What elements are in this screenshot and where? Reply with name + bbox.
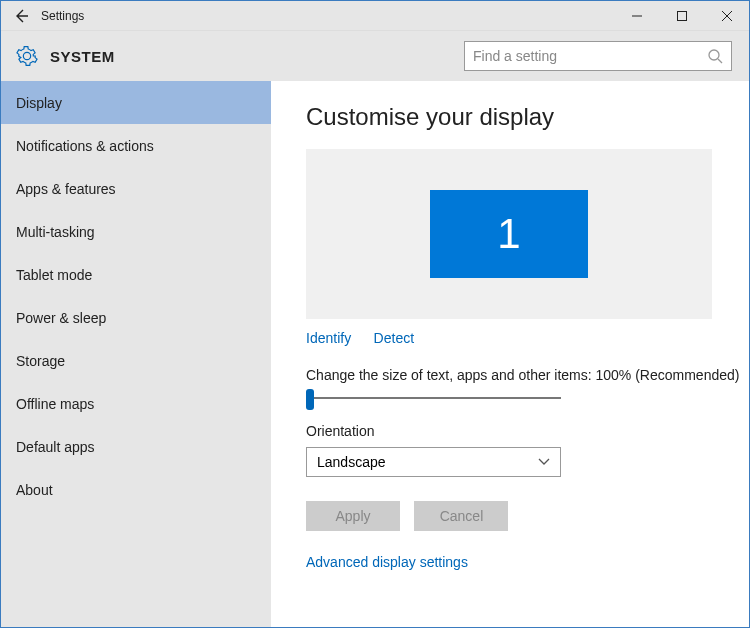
slider-thumb[interactable]	[306, 389, 314, 410]
sidebar-item-label: Offline maps	[16, 396, 94, 412]
sidebar-item-apps[interactable]: Apps & features	[1, 167, 271, 210]
sidebar-item-default-apps[interactable]: Default apps	[1, 425, 271, 468]
sidebar-item-label: Notifications & actions	[16, 138, 154, 154]
search-box[interactable]	[464, 41, 732, 71]
cancel-button[interactable]: Cancel	[414, 501, 508, 531]
minimize-icon	[632, 11, 642, 21]
sidebar-item-label: About	[16, 482, 53, 498]
sidebar-item-multitasking[interactable]: Multi-tasking	[1, 210, 271, 253]
close-button[interactable]	[704, 1, 749, 30]
sidebar-item-label: Storage	[16, 353, 65, 369]
orientation-label: Orientation	[306, 423, 749, 439]
page-heading: Customise your display	[306, 103, 749, 131]
monitor-1[interactable]: 1	[430, 190, 588, 278]
identify-link[interactable]: Identify	[306, 330, 351, 346]
maximize-icon	[677, 11, 687, 21]
sidebar-item-display[interactable]: Display	[1, 81, 271, 124]
chevron-down-icon	[538, 458, 550, 466]
monitor-number: 1	[497, 210, 520, 258]
minimize-button[interactable]	[614, 1, 659, 30]
window-title: Settings	[41, 9, 84, 23]
orientation-value: Landscape	[317, 454, 386, 470]
scale-slider[interactable]	[306, 391, 561, 399]
sidebar-item-tablet[interactable]: Tablet mode	[1, 253, 271, 296]
header-title: SYSTEM	[50, 48, 115, 65]
maximize-button[interactable]	[659, 1, 704, 30]
close-icon	[722, 11, 732, 21]
sidebar-item-label: Display	[16, 95, 62, 111]
sidebar-item-power[interactable]: Power & sleep	[1, 296, 271, 339]
titlebar: Settings	[1, 1, 749, 31]
back-button[interactable]	[1, 1, 41, 30]
svg-rect-1	[677, 11, 686, 20]
sidebar-item-storage[interactable]: Storage	[1, 339, 271, 382]
sidebar-item-label: Default apps	[16, 439, 95, 455]
sidebar-item-label: Tablet mode	[16, 267, 92, 283]
orientation-select[interactable]: Landscape	[306, 447, 561, 477]
header: SYSTEM	[1, 31, 749, 81]
search-input[interactable]	[473, 48, 707, 64]
sidebar-item-label: Apps & features	[16, 181, 116, 197]
display-preview: 1	[306, 149, 712, 319]
gear-icon	[16, 45, 38, 67]
sidebar: Display Notifications & actions Apps & f…	[1, 81, 271, 627]
detect-link[interactable]: Detect	[374, 330, 414, 346]
advanced-settings-link[interactable]: Advanced display settings	[306, 554, 468, 570]
sidebar-item-label: Multi-tasking	[16, 224, 95, 240]
main-content: Customise your display 1 Identify Detect…	[271, 81, 749, 627]
scale-label: Change the size of text, apps and other …	[306, 367, 749, 383]
apply-button[interactable]: Apply	[306, 501, 400, 531]
sidebar-item-about[interactable]: About	[1, 468, 271, 511]
arrow-left-icon	[13, 8, 29, 24]
sidebar-item-notifications[interactable]: Notifications & actions	[1, 124, 271, 167]
svg-point-4	[709, 50, 719, 60]
search-icon	[707, 48, 723, 64]
svg-line-5	[718, 59, 722, 63]
sidebar-item-label: Power & sleep	[16, 310, 106, 326]
sidebar-item-maps[interactable]: Offline maps	[1, 382, 271, 425]
